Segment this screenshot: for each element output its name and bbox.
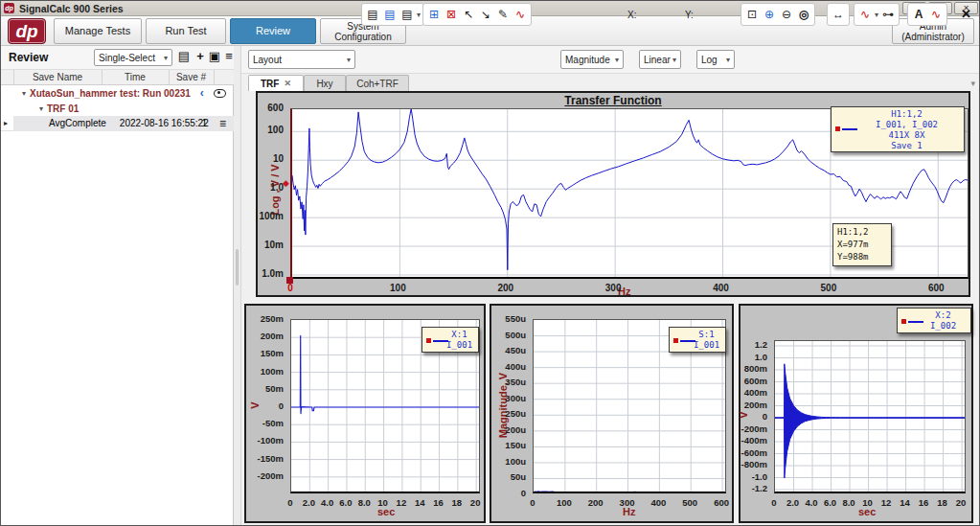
tab-trf[interactable]: TRF ✕ <box>248 75 304 91</box>
tab-close-icon[interactable]: ✕ <box>284 79 291 88</box>
select-mode-value: Single-Select <box>99 53 155 63</box>
y-tick-label: 550u <box>491 313 526 324</box>
nav-manage-tests[interactable]: Manage Tests <box>54 18 142 44</box>
save-icon[interactable]: ▣ <box>207 49 222 64</box>
trace-legend[interactable]: X:1 I_001 <box>422 327 479 353</box>
autoscale-icon[interactable]: ⊡ <box>744 5 760 24</box>
y-tick-label: -600m <box>741 447 767 458</box>
link-cursors-icon[interactable]: ⊶ <box>880 5 896 24</box>
back-chevron-icon[interactable]: ‹ <box>200 86 204 100</box>
y-tick-label: 250u <box>491 408 526 419</box>
cursor-icon-group: ∿ ▾ ⊶ <box>854 3 900 26</box>
chevron-down-icon: ▾ <box>672 56 676 64</box>
legend-line: I_002 <box>919 321 968 332</box>
save-row[interactable]: ▸ AvgComplete 2022-08-16 16:55:22 1 ≡ <box>1 116 234 131</box>
cursor-readout-box[interactable]: H1:1,2 X=977m Y=988m <box>832 223 892 266</box>
visible-eye-icon[interactable] <box>214 89 226 98</box>
x-tick-label: 300 <box>597 283 629 293</box>
time-cell: 2022-08-16 16:55:22 <box>120 118 209 128</box>
x-tick-label: 500 <box>812 283 845 293</box>
cursor-wave-icon[interactable]: ∿ <box>857 5 873 24</box>
delete-window-icon[interactable]: ⊠ <box>444 5 459 24</box>
zoom-box-icon[interactable]: ◎ <box>796 5 811 24</box>
annotation-text-icon[interactable]: A <box>911 5 926 24</box>
y-tick-label: 1.0 <box>258 182 284 193</box>
signals-icon[interactable]: ∿ <box>513 5 528 24</box>
y-tick-label: -100m <box>246 435 284 446</box>
transfer-function-panel: Transfer Function Log , V / V Hz H1:1,2 … <box>256 91 970 297</box>
trace-legend[interactable]: X:2 I_002 <box>897 308 971 333</box>
save-name-cell: AvgComplete <box>49 118 106 128</box>
y-tick-label: 0 <box>741 411 767 422</box>
close-pane-icon[interactable]: ✕ <box>961 7 971 21</box>
magnitude-dropdown[interactable]: Magnitude ▾ <box>560 50 624 69</box>
cursor-diamond-icon[interactable]: ◆ <box>283 178 289 188</box>
pan-icon[interactable]: ↔ <box>831 5 846 24</box>
layout-dropdown[interactable]: Layout ▾ <box>248 50 355 69</box>
row-menu-icon[interactable]: ≡ <box>219 117 226 130</box>
y-scale-value: Log <box>701 55 718 65</box>
trace-legend[interactable]: S:1 I_001 <box>669 327 726 353</box>
x-tick-label: 600 <box>705 497 738 508</box>
chevron-down-icon[interactable]: ▾ <box>417 11 421 19</box>
col-save-name[interactable]: Save Name <box>13 72 102 82</box>
chart-title: Transfer Function <box>258 94 969 107</box>
zoom-icon-group: ⊡ ⊕ ⊖ ◎ <box>741 3 815 26</box>
x-scale-dropdown[interactable]: Linear ▾ <box>639 50 681 69</box>
legend-line: 411X 8X <box>853 130 961 141</box>
y-tick-label: -400m <box>741 435 767 446</box>
chevron-down-icon[interactable]: ▾ <box>875 11 878 19</box>
tree-expand-icon[interactable]: ▾ <box>22 89 26 98</box>
y-scale-dropdown[interactable]: Log ▾ <box>696 50 735 69</box>
annotation-wave-icon[interactable]: ∿ <box>928 5 944 24</box>
y-tick-label: 50u <box>491 471 526 482</box>
trace-legend[interactable]: H1:1,2 I_001, I_002 411X 8X Save 1 <box>831 106 965 152</box>
maximize-pane-icon[interactable]: ↖ <box>461 5 476 24</box>
y-tick-label: 300u <box>491 393 526 403</box>
layout-icon-group: ▤ ▤ ▤ ▾ <box>361 3 424 26</box>
y-tick-label: 10m <box>258 240 284 250</box>
y-tick-label: 0 <box>246 400 284 411</box>
chevron-down-icon: ▾ <box>615 56 619 64</box>
tree-run-row[interactable]: ▾ XutaoSun_hammer test: Run 00231 ‹ <box>1 85 234 101</box>
tab-overflow-icon[interactable]: ▾ <box>970 79 975 88</box>
add-layout-icon[interactable]: ▤ <box>382 5 398 24</box>
nav-review[interactable]: Review <box>230 18 316 44</box>
x-axis-label: X: <box>627 10 636 20</box>
x-tick-label: 100 <box>548 497 581 508</box>
splitter-grip[interactable] <box>236 249 239 286</box>
tab-hxy[interactable]: Hxy <box>304 75 346 91</box>
minimize-pane-icon[interactable]: ↘ <box>478 5 493 24</box>
open-folder-icon[interactable]: ▤ <box>176 49 192 64</box>
y-tick-label: 10 <box>258 153 284 164</box>
time-trace2-plot[interactable] <box>774 340 966 493</box>
zoom-out-icon[interactable]: ⊖ <box>779 5 794 24</box>
y-tick-label: -800m <box>741 459 767 469</box>
add-icon[interactable]: + <box>193 49 208 64</box>
y-tick-label: 600m <box>741 376 767 386</box>
col-time[interactable]: Time <box>102 72 169 82</box>
x-tick-label: 400 <box>642 497 674 508</box>
edit-window-icon[interactable]: ✎ <box>495 5 511 24</box>
add-window-icon[interactable]: ⊞ <box>426 5 442 24</box>
open-layout-icon[interactable]: ▤ <box>399 5 415 24</box>
app-window: dp SignalCalc 900 Series – ❐ ✕ dp Manage… <box>0 0 980 526</box>
x-tick-label: 400 <box>705 283 738 293</box>
nav-run-test[interactable]: Run Test <box>146 18 226 44</box>
y-tick-label: 1.2 <box>741 339 767 350</box>
tree-group-row[interactable]: ▾ TRF 01 <box>1 101 234 116</box>
row-marker-icon: ▸ <box>4 119 8 127</box>
save-num-cell: 1 <box>201 118 207 128</box>
select-mode-dropdown[interactable]: Single-Select ▾ <box>94 49 172 66</box>
y-tick-label: 100 <box>258 125 284 135</box>
y-axis-label: Y: <box>685 10 694 20</box>
zoom-in-icon[interactable]: ⊕ <box>762 5 777 24</box>
tree-expand-icon[interactable]: ▾ <box>39 104 43 113</box>
col-save-num[interactable]: Save # <box>169 72 214 82</box>
cursor-line: H1:1,2 <box>837 226 887 239</box>
save-layout-icon[interactable]: ▤ <box>365 5 380 24</box>
tab-coh-trf[interactable]: Coh+TRF <box>346 75 409 91</box>
panel-splitter[interactable] <box>234 46 241 526</box>
chevron-down-icon: ▾ <box>726 56 730 64</box>
cursor-line: Y=988m <box>837 251 887 263</box>
